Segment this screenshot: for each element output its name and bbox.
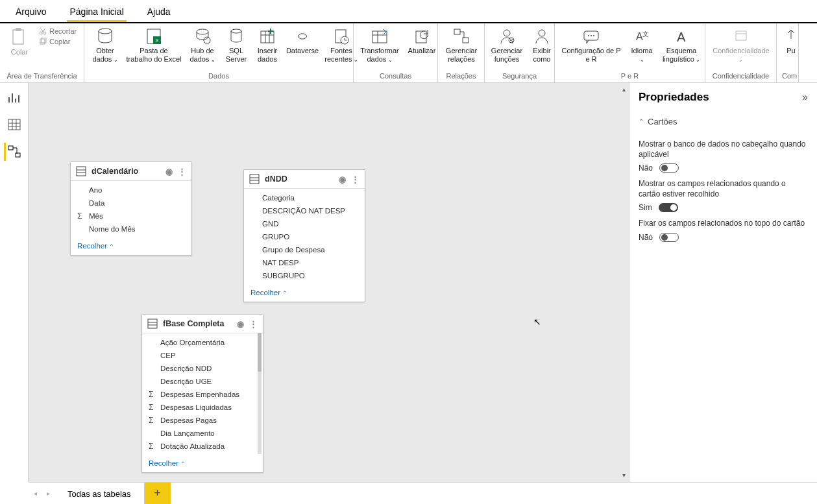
menubar: Arquivo Página Inicial Ajuda — [0, 0, 817, 23]
collapse-panel-icon[interactable]: » — [802, 91, 808, 103]
add-tab-button[interactable]: + — [145, 483, 171, 505]
field-item[interactable]: Data — [71, 197, 191, 210]
menu-home[interactable]: Página Inicial — [67, 6, 126, 22]
cut-button[interactable]: Recortar — [39, 27, 77, 35]
field-item[interactable]: Categoria — [244, 191, 365, 204]
section-header-cards[interactable]: ⌃ Cartões — [639, 110, 808, 133]
sql-button[interactable]: SQL Server — [223, 27, 249, 63]
model-view-button[interactable] — [4, 143, 22, 161]
table-card-dndd[interactable]: dNDD ◉ ⋮ CategoriaDESCRIÇÃO NAT DESPGNDG… — [243, 169, 365, 302]
field-item[interactable]: ΣDespesas Liquidadas — [142, 401, 263, 414]
field-label: Mês — [89, 212, 103, 220]
eye-icon[interactable]: ◉ — [237, 319, 244, 329]
field-item[interactable]: ΣDespesas Empenhadas — [142, 388, 263, 401]
more-icon[interactable]: ⋮ — [351, 174, 360, 184]
chevron-up-icon: ⌃ — [639, 118, 644, 125]
field-item[interactable]: ΣDespesas Pagas — [142, 414, 263, 427]
field-item[interactable]: ΣMês — [71, 210, 191, 222]
publish-button[interactable]: Pu — [782, 27, 799, 55]
report-view-button[interactable] — [5, 88, 23, 106]
field-item[interactable]: Ação Orçamentária — [142, 336, 263, 349]
more-icon[interactable]: ⋮ — [178, 167, 186, 176]
enter-data-icon — [259, 27, 276, 45]
dataverse-icon — [294, 27, 311, 45]
svg-point-12 — [231, 29, 241, 33]
datahub-label: Hub de dados ⌄ — [187, 47, 218, 63]
field-item[interactable]: CEP — [142, 349, 263, 362]
manage-relations-label: Gerenciar relações — [443, 47, 480, 63]
field-label: Dia Lançamento — [160, 429, 215, 437]
qa-language-button[interactable]: A文 Idioma⌄ — [628, 27, 656, 63]
toggle-show-db-header[interactable] — [659, 163, 679, 173]
cut-label: Recortar — [49, 27, 77, 35]
prop-pin-related: Fixar os campos relacionados no topo do … — [639, 219, 808, 229]
field-item[interactable]: Ano — [71, 184, 191, 197]
manage-relations-button[interactable]: Gerenciar relações — [443, 27, 480, 63]
collapse-button[interactable]: Recolher ⌃ — [71, 238, 191, 255]
svg-rect-0 — [13, 30, 23, 44]
qa-schema-label: Esquema linguístico ⌄ — [661, 47, 701, 63]
menu-file[interactable]: Arquivo — [13, 6, 49, 22]
scroll-down-icon[interactable]: ▾ — [620, 472, 628, 479]
scroll-up-icon[interactable]: ▴ — [620, 86, 628, 93]
field-item[interactable]: Grupo de Despesa — [244, 243, 365, 256]
svg-rect-36 — [148, 319, 157, 328]
tab-all-tables[interactable]: Todas as tabelas — [55, 483, 145, 505]
field-item[interactable]: Dia Lançamento — [142, 427, 263, 440]
table-card-dcalendario[interactable]: dCalendário ◉ ⋮ AnoDataΣMêsNome do Mês R… — [70, 162, 192, 256]
tab-next-icon[interactable]: ▸ — [42, 490, 55, 497]
menu-help[interactable]: Ajuda — [145, 6, 173, 22]
eye-icon[interactable]: ◉ — [339, 174, 346, 184]
table-card-fbase[interactable]: fBase Completa ◉ ⋮ Ação OrçamentáriaCEPD… — [141, 314, 263, 473]
field-item[interactable]: ΣDotação Atualizada — [142, 440, 263, 453]
field-item[interactable]: NAT DESP — [244, 256, 365, 269]
manage-roles-button[interactable]: Gerenciar funções — [490, 27, 524, 63]
sigma-icon: Σ — [149, 416, 153, 425]
queries-group-label: Consultas — [359, 71, 432, 81]
datahub-button[interactable]: Hub de dados ⌄ — [187, 27, 218, 63]
toggle-pin-related[interactable] — [659, 233, 679, 242]
refresh-button[interactable]: Atualizar — [406, 27, 438, 55]
field-item[interactable]: SUBGRUPO — [244, 269, 365, 282]
svg-text:A: A — [677, 30, 686, 44]
qa-schema-button[interactable]: A Esquema linguístico ⌄ — [661, 27, 701, 63]
paste-button[interactable]: Colar — [5, 27, 34, 56]
eye-icon[interactable]: ◉ — [165, 167, 173, 176]
sensitivity-button[interactable]: Confidencialidade⌄ — [711, 27, 772, 63]
data-view-button[interactable] — [5, 115, 23, 134]
more-icon[interactable]: ⋮ — [249, 319, 258, 329]
field-label: Categoria — [262, 194, 295, 202]
enter-data-button[interactable]: Inserir dados — [254, 27, 280, 63]
field-item[interactable]: Descrição UGE — [142, 375, 263, 388]
transform-button[interactable]: Transformar dados ⌄ — [359, 27, 400, 63]
field-item[interactable]: DESCRIÇÃO NAT DESP — [244, 204, 365, 217]
get-data-button[interactable]: Obter dados ⌄ — [90, 27, 121, 63]
dataverse-label: Dataverse — [286, 47, 319, 55]
copy-button[interactable]: Copiar — [39, 38, 77, 45]
card-fields: AnoDataΣMêsNome do Mês — [71, 181, 191, 238]
field-item[interactable]: GND — [244, 217, 365, 230]
field-item[interactable]: GRUPO — [244, 230, 365, 243]
dataverse-button[interactable]: Dataverse — [286, 27, 319, 55]
svg-point-22 — [539, 30, 545, 36]
card-scrollbar[interactable] — [258, 333, 262, 454]
qa-config-button[interactable]: Configuração de P e R — [560, 27, 622, 63]
card-fields: Ação OrçamentáriaCEPDescrição NDDDescriç… — [142, 333, 263, 455]
svg-rect-17 — [416, 31, 426, 43]
publish-label: Pu — [787, 47, 795, 55]
tab-prev-icon[interactable]: ◂ — [29, 490, 42, 497]
model-canvas[interactable]: ▴ ▾ dCalendário ◉ ⋮ AnoDataΣMêsNome do M… — [29, 83, 629, 482]
collapse-button[interactable]: Recolher ⌃ — [244, 285, 365, 302]
sigma-icon: Σ — [149, 390, 153, 399]
excel-label: Pasta de trabalho do Excel — [126, 47, 182, 63]
field-label: Despesas Pagas — [160, 416, 217, 424]
sql-icon — [229, 27, 243, 45]
collapse-button[interactable]: Recolher ⌃ — [142, 455, 263, 472]
enter-data-label: Inserir dados — [254, 47, 280, 63]
field-item[interactable]: Descrição NDD — [142, 362, 263, 375]
scissors-icon — [39, 27, 47, 35]
field-item[interactable]: Nome do Mês — [71, 222, 191, 235]
excel-button[interactable]: X Pasta de trabalho do Excel — [126, 27, 182, 63]
toggle-show-related[interactable] — [659, 203, 678, 212]
view-as-button[interactable]: Exibir como — [529, 27, 555, 63]
